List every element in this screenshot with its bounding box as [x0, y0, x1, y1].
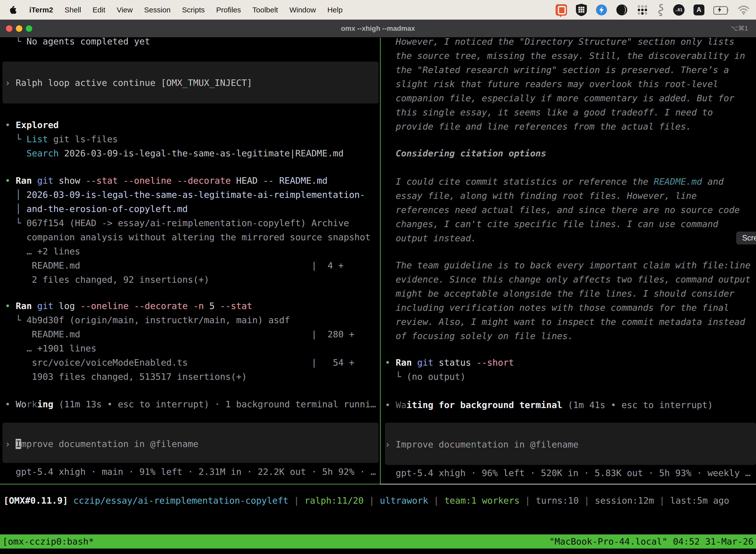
- left-pane-bottom-border: [0, 484, 380, 485]
- terminal-line: └ List git ls-files: [5, 132, 118, 146]
- macos-menu-bar: iTerm2ShellEditViewSessionScriptsProfile…: [0, 0, 756, 19]
- terminal-line: this single essay, it seems like a good …: [385, 105, 713, 119]
- terminal-line: essay file, along with finding root file…: [385, 189, 697, 203]
- terminal-line: including verification notes with those …: [385, 300, 729, 315]
- terminal-line: • Explored: [5, 118, 59, 132]
- screen-tooltip: Scre: [736, 232, 756, 244]
- apple-menu-icon[interactable]: [10, 5, 18, 15]
- terminal-line: src/voice/voiceModeEnabled.ts | 54 +: [5, 355, 355, 370]
- terminal-line: • Ran git status --short: [385, 355, 514, 370]
- terminal-line: README.md | 280 +: [5, 327, 355, 341]
- terminal-line: gpt-5.4 xhigh · main · 91% left · 2.31M …: [5, 465, 376, 479]
- terminal-line: … +2 lines: [5, 244, 80, 258]
- terminal-line: the "Related research writing" section i…: [385, 63, 729, 77]
- window-title: omx --xhigh --madmax: [0, 19, 756, 37]
- terminal-line: the source tree, missing the essay. Stil…: [385, 49, 745, 63]
- terminal-line: The team guideline is to back every impo…: [385, 258, 751, 272]
- terminal-line: I could cite commit statistics or refere…: [385, 174, 723, 189]
- terminal-line: • Waiting for background terminal (1m 41…: [385, 398, 713, 412]
- pane-divider[interactable]: [380, 38, 381, 485]
- terminal-line: might be acceptable alongside the file l…: [385, 286, 735, 300]
- ralph-loop-message-box: [2, 62, 378, 104]
- tmux-host-clock-label: "MacBook-Pro-44.local" 04:52 31-Mar-26: [549, 535, 754, 549]
- terminal-line: gpt-5.4 xhigh · 96% left · 520K in · 5.8…: [385, 466, 751, 480]
- menu-item-shell[interactable]: Shell: [64, 6, 81, 14]
- shield-grid-icon[interactable]: [576, 4, 587, 16]
- terminal-line: • Ran git log --oneline --decorate -n 5 …: [5, 299, 252, 313]
- screen: { "menu_bar": { "items": ["iTerm2", "She…: [0, 0, 756, 554]
- orange-chat-icon[interactable]: [556, 4, 567, 16]
- terminal-line: provide file and line references from th…: [385, 119, 691, 133]
- menu-item-view[interactable]: View: [117, 6, 133, 14]
- dots-grid-icon[interactable]: [636, 4, 648, 16]
- menu-item-session[interactable]: Session: [144, 6, 171, 14]
- terminal-line: Considering citation options: [385, 146, 546, 160]
- blue-badge-bolt-icon[interactable]: [596, 4, 607, 16]
- terminal-line: slight risk that future readers may over…: [385, 77, 718, 91]
- terminal-line: └ (no output): [385, 370, 465, 384]
- tmux-session-label: [omx-cczip0:bash*: [2, 535, 94, 549]
- terminal-line: evidence. Since this change only affects…: [385, 272, 751, 286]
- battery-bolt-icon[interactable]: [713, 6, 729, 14]
- menu-item-iterm2[interactable]: iTerm2: [29, 6, 53, 14]
- window-title-bar: omx --xhigh --madmax ⌥⌘1: [0, 19, 756, 37]
- menu-item-window[interactable]: Window: [290, 6, 316, 14]
- terminal-line: … +1901 lines: [5, 341, 96, 355]
- squiggle-icon[interactable]: [657, 3, 664, 16]
- menu-item-scripts[interactable]: Scripts: [182, 6, 205, 14]
- circle-61-badge-icon[interactable]: ..61: [673, 4, 685, 16]
- keyboard-a-icon[interactable]: A: [693, 4, 704, 15]
- terminal-line: README.md | 4 +: [5, 258, 343, 273]
- menu-items: iTerm2ShellEditViewSessionScriptsProfile…: [29, 6, 342, 14]
- left-prompt-input[interactable]: [2, 423, 378, 463]
- menu-item-help[interactable]: Help: [327, 6, 343, 14]
- dark-crescent-icon[interactable]: [616, 4, 628, 16]
- wifi-icon[interactable]: [738, 5, 750, 15]
- tmux-status-bar: [omx-cczip0:bash* "MacBook-Pro-44.local"…: [0, 535, 756, 549]
- terminal-line: Search 2026-03-09-is-legal-the-same-as-l…: [5, 146, 343, 160]
- terminal-line: • Ran git show --stat --oneline --decora…: [5, 173, 328, 188]
- terminal-line: [OMX#0.11.9] cczip/essay/ai-reimplementa…: [3, 493, 729, 508]
- menubar-status-icons: ..61 A: [556, 3, 750, 16]
- terminal-line: companion file, especially if more comme…: [385, 91, 735, 105]
- terminal-line: │ 2026-03-09-is-legal-the-same-as-legiti…: [5, 188, 365, 202]
- menu-item-profiles[interactable]: Profiles: [216, 6, 241, 14]
- terminal-line: companion analysis without altering the …: [5, 230, 371, 244]
- terminal-line: review. Also, I might want to inspect th…: [385, 315, 745, 329]
- terminal-line: │ and-the-erosion-of-copyleft.md: [5, 202, 188, 216]
- terminal-line: 2 files changed, 92 insertions(+): [5, 273, 209, 287]
- terminal-line: └ 067f154 (HEAD -> essay/ai-reimplementa…: [5, 216, 349, 230]
- terminal-line: changes, I can't cite specific file line…: [385, 217, 718, 231]
- right-pane-bottom-border: [380, 484, 756, 485]
- menu-item-toolbelt[interactable]: Toolbelt: [252, 6, 278, 14]
- window-shortcut-badge: ⌥⌘1: [731, 19, 748, 37]
- terminal-line: of focusing solely on file lines.: [385, 329, 573, 343]
- right-prompt-input[interactable]: [385, 423, 756, 465]
- menu-item-edit[interactable]: Edit: [92, 6, 106, 14]
- terminal-line: references need actual files, and since …: [385, 203, 740, 217]
- terminal-line: └ 4b9d30f (origin/main, instructkr/main,…: [5, 313, 290, 327]
- terminal-line: 1903 files changed, 513517 insertions(+): [5, 370, 247, 384]
- terminal-line: • Working (11m 13s • esc to interrupt) ·…: [5, 397, 376, 411]
- terminal-line: output instead.: [385, 231, 476, 245]
